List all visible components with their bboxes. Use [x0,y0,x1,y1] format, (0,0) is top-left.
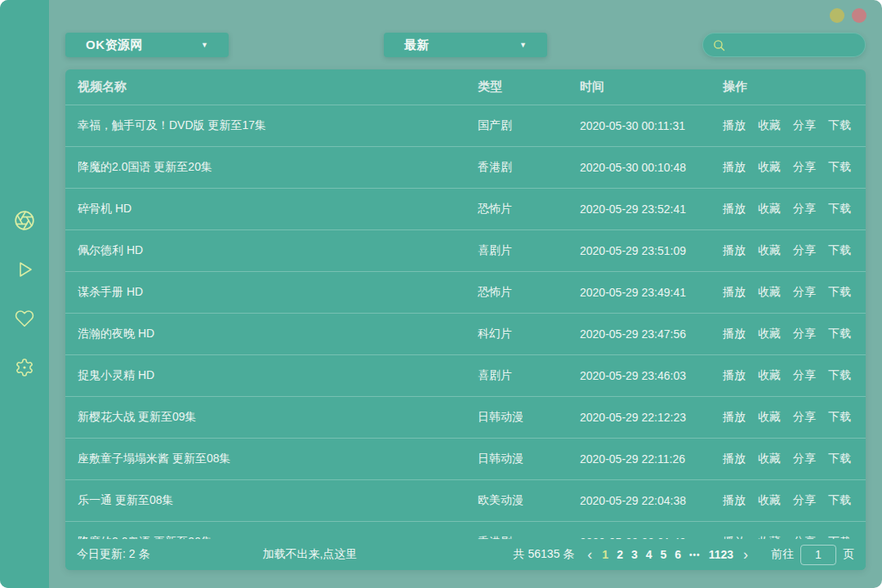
action-download[interactable]: 下载 [828,285,851,300]
action-play[interactable]: 播放 [723,243,746,258]
action-play[interactable]: 播放 [723,368,746,383]
action-favorite[interactable]: 收藏 [758,202,781,216]
action-favorite[interactable]: 收藏 [758,368,781,383]
next-page-button[interactable]: › [742,547,750,562]
goto-page-input[interactable] [800,545,836,565]
today-update-label: 今日更新: 2 条 [77,547,149,562]
action-share[interactable]: 分享 [793,285,816,300]
action-favorite[interactable]: 收藏 [758,410,781,425]
action-play[interactable]: 播放 [723,452,746,466]
video-table: 视频名称 类型 时间 操作 幸福，触手可及！DVD版 更新至17集 国产剧 20… [65,69,866,570]
page-number-current[interactable]: 1 [602,548,608,561]
action-play[interactable]: 播放 [723,493,746,508]
action-share[interactable]: 分享 [793,410,816,425]
action-favorite[interactable]: 收藏 [758,327,781,341]
action-share[interactable]: 分享 [793,160,816,175]
table-row[interactable]: 佩尔德利 HD 喜剧片 2020-05-29 23:51:09 播放收藏分享下载 [65,229,866,271]
table-row[interactable]: 谋杀手册 HD 恐怖片 2020-05-29 23:49:41 播放收藏分享下载 [65,271,866,313]
action-share[interactable]: 分享 [793,493,816,508]
table-row[interactable]: 新樱花大战 更新至09集 日韩动漫 2020-05-29 22:12:23 播放… [65,396,866,438]
action-download[interactable]: 下载 [828,160,851,175]
play-icon[interactable] [15,260,34,279]
action-favorite[interactable]: 收藏 [758,243,781,258]
action-share[interactable]: 分享 [793,243,816,258]
action-favorite[interactable]: 收藏 [758,493,781,508]
aperture-icon[interactable] [14,210,35,231]
action-play[interactable]: 播放 [723,327,746,341]
action-download[interactable]: 下载 [828,202,851,216]
header-name: 视频名称 [78,69,474,105]
page-number[interactable]: 3 [631,548,638,561]
video-time: 2020-05-29 22:04:38 [580,480,686,521]
table-row[interactable]: 乐一通 更新至08集 欧美动漫 2020-05-29 22:04:38 播放收藏… [65,479,866,521]
action-download[interactable]: 下载 [828,493,851,508]
row-actions: 播放收藏分享下载 [723,147,851,188]
video-type: 欧美动漫 [478,480,523,521]
action-share[interactable]: 分享 [793,202,816,216]
video-title: 谋杀手册 HD [78,272,474,313]
chevron-down-icon: ▼ [201,41,208,49]
video-title: 座敷童子塌塌米酱 更新至08集 [78,439,474,479]
source-dropdown[interactable]: OK资源网 ▼ [65,33,229,57]
page-number[interactable]: 6 [675,548,681,561]
search-box[interactable] [702,33,866,57]
action-download[interactable]: 下载 [828,243,851,258]
action-favorite[interactable]: 收藏 [758,118,781,133]
prev-page-button[interactable]: ‹ [586,547,594,562]
action-play[interactable]: 播放 [723,202,746,216]
action-download[interactable]: 下载 [828,327,851,341]
video-title: 碎骨机 HD [78,189,474,229]
last-page-button[interactable]: 1123 [709,548,733,561]
table-row[interactable]: 座敷童子塌塌米酱 更新至08集 日韩动漫 2020-05-29 22:11:26… [65,438,866,479]
close-button[interactable] [852,8,866,23]
page-number[interactable]: 5 [661,548,667,561]
pagination: ‹ 123456 ••• 1123 › [586,547,750,562]
action-share[interactable]: 分享 [793,452,816,466]
minimize-button[interactable] [830,8,844,23]
video-title: 幸福，触手可及！DVD版 更新至17集 [78,105,474,146]
video-time: 2020-05-29 22:12:23 [580,397,686,438]
table-row[interactable]: 捉鬼小灵精 HD 喜剧片 2020-05-29 23:46:03 播放收藏分享下… [65,354,866,396]
action-download[interactable]: 下载 [828,368,851,383]
video-time: 2020-05-29 23:46:03 [580,355,686,396]
action-download[interactable]: 下载 [828,452,851,466]
total-count-label: 共 56135 条 [514,547,575,562]
heart-icon[interactable] [15,309,34,328]
action-favorite[interactable]: 收藏 [758,452,781,466]
table-row[interactable]: 降魔的2.0国语 更新至20集 香港剧 2020-05-30 00:10:48 … [65,146,866,188]
row-actions: 播放收藏分享下载 [723,105,851,146]
video-time: 2020-05-29 23:51:09 [580,230,686,271]
action-play[interactable]: 播放 [723,118,746,133]
video-type: 日韩动漫 [478,397,523,438]
page-list: 123456 [602,548,681,561]
load-hint-link[interactable]: 加载不出来,点这里 [262,547,357,562]
video-time: 2020-05-29 23:49:41 [580,272,686,313]
video-title: 降魔的2.0国语 更新至20集 [78,147,474,188]
action-favorite[interactable]: 收藏 [758,285,781,300]
page-ellipsis[interactable]: ••• [689,550,701,559]
page-number[interactable]: 2 [617,548,623,561]
header-time: 时间 [580,69,604,105]
action-play[interactable]: 播放 [723,285,746,300]
table-row[interactable]: 碎骨机 HD 恐怖片 2020-05-29 23:52:41 播放收藏分享下载 [65,188,866,229]
action-download[interactable]: 下载 [828,410,851,425]
action-play[interactable]: 播放 [723,160,746,175]
action-play[interactable]: 播放 [723,410,746,425]
table-row[interactable]: 幸福，触手可及！DVD版 更新至17集 国产剧 2020-05-30 00:11… [65,105,866,146]
sort-dropdown-label: 最新 [404,38,430,53]
action-download[interactable]: 下载 [828,118,851,133]
table-header: 视频名称 类型 时间 操作 [65,69,866,105]
gear-icon[interactable] [15,358,34,377]
row-actions: 播放收藏分享下载 [723,480,851,521]
action-favorite[interactable]: 收藏 [758,160,781,175]
sort-dropdown[interactable]: 最新 ▼ [384,33,547,57]
action-share[interactable]: 分享 [793,118,816,133]
table-row[interactable]: 浩瀚的夜晚 HD 科幻片 2020-05-29 23:47:56 播放收藏分享下… [65,313,866,354]
row-actions: 播放收藏分享下载 [723,314,851,354]
video-time: 2020-05-30 00:11:31 [580,105,685,146]
page-number[interactable]: 4 [646,548,653,561]
action-share[interactable]: 分享 [793,327,816,341]
search-input[interactable] [726,38,865,51]
video-title: 佩尔德利 HD [78,230,474,271]
action-share[interactable]: 分享 [793,368,816,383]
